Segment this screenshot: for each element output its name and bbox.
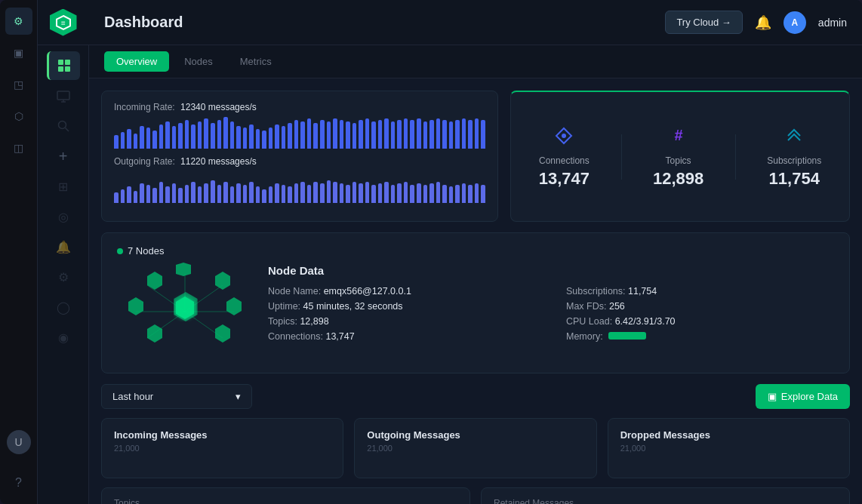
top-row: Incoming Rate: 12340 messages/s Outgoing…	[101, 91, 850, 222]
incoming-rate-label: Incoming Rate: 12340 messages/s	[114, 102, 485, 112]
bar-item	[352, 182, 357, 203]
node-topics-value: 12,898	[300, 316, 328, 327]
bar-item	[359, 183, 363, 203]
bar-item	[269, 128, 273, 149]
bar-item	[165, 186, 170, 203]
bar-item	[378, 183, 383, 203]
bar-item	[114, 135, 119, 149]
bar-item	[146, 128, 151, 149]
explore-data-button[interactable]: ▣ Explore Data	[756, 384, 850, 409]
topics-panel: Topics	[101, 487, 470, 504]
tab-nodes[interactable]: Nodes	[172, 51, 225, 72]
sidebar-item-data[interactable]: ◉	[47, 323, 80, 352]
strip-icon-chart[interactable]: ◫	[5, 134, 32, 161]
uptime-value: 45 minutes, 32 seconds	[303, 301, 403, 312]
max-fds-value: 256	[609, 301, 625, 312]
bar-item	[397, 120, 402, 149]
tab-metrics[interactable]: Metrics	[228, 51, 284, 72]
sidebar-item-settings[interactable]: ⚙	[47, 263, 80, 291]
bar-item	[359, 120, 363, 149]
svg-marker-25	[215, 324, 230, 343]
left-icon-strip: ⚙ ▣ ◳ ⬡ ◫ U ?	[0, 0, 38, 504]
svg-text:#: #	[674, 127, 682, 143]
outgoing-messages-title: Outgoing Messages	[367, 429, 583, 441]
bar-item	[236, 126, 241, 149]
bar-item	[140, 126, 144, 149]
bar-item	[327, 180, 331, 203]
svg-marker-23	[226, 297, 242, 315]
svg-rect-4	[58, 66, 63, 72]
strip-icon-tv[interactable]: ▣	[5, 39, 32, 66]
notification-icon[interactable]: 🔔	[755, 14, 771, 31]
bar-item	[462, 118, 466, 149]
sidebar-item-shield[interactable]: ◯	[47, 293, 80, 321]
sidebar-item-add[interactable]: +	[47, 142, 80, 171]
bar-item	[371, 185, 376, 203]
chart-card-outgoing: Outgoing Messages 21,000	[354, 418, 596, 478]
subscriptions-icon	[767, 125, 821, 151]
subscriptions-item: Subscriptions: 11,754	[566, 286, 834, 297]
strip-icon-bottom[interactable]: U	[7, 430, 31, 454]
topics-label: Topics	[653, 155, 703, 166]
memory-bar-container	[608, 332, 646, 340]
bar-item	[243, 185, 248, 203]
bar-item	[223, 182, 228, 203]
bar-item	[429, 120, 434, 149]
try-cloud-button[interactable]: Try Cloud →	[665, 11, 742, 34]
sidebar-item-grid[interactable]: ⊞	[47, 172, 80, 201]
bar-item	[191, 182, 195, 203]
cpu-load-value: 6.42/3.91/3.70	[615, 316, 676, 327]
connections-value: 13,747	[539, 169, 590, 189]
nodes-badge: 7 Nodes	[117, 245, 164, 257]
bar-item	[340, 183, 344, 203]
bar-item	[236, 183, 241, 203]
bar-item	[114, 192, 119, 203]
bar-item	[391, 121, 396, 149]
bar-item	[282, 126, 286, 149]
bar-item	[346, 185, 350, 203]
bar-item	[307, 118, 312, 149]
bar-item	[300, 121, 305, 149]
sidebar-item-dashboard[interactable]	[47, 51, 80, 80]
bar-item	[429, 183, 434, 203]
svg-text:≡: ≡	[61, 19, 66, 27]
node-name-item: Node Name: emqx566@127.0.0.1	[268, 286, 536, 297]
stats-card: Connections 13,747 # Topics 12,898	[510, 91, 850, 222]
strip-icon-gear[interactable]: ⚙	[5, 8, 32, 35]
time-select-dropdown[interactable]: Last hour ▾	[101, 384, 252, 409]
node-connections-value: 13,747	[325, 331, 354, 342]
incoming-bar-chart	[114, 117, 485, 149]
bottom-controls: Last hour ▾ ▣ Explore Data	[101, 384, 850, 409]
outgoing-rate-label: Outgoing Rate: 11220 messages/s	[114, 156, 485, 167]
svg-rect-5	[65, 66, 70, 72]
incoming-rate-value: 12340 messages/s	[180, 102, 257, 112]
sidebar-item-monitor[interactable]	[47, 81, 80, 110]
bar-item	[152, 188, 157, 203]
sidebar-item-compass[interactable]: ◎	[47, 202, 80, 231]
bar-item	[140, 183, 144, 203]
bar-item	[423, 185, 428, 203]
strip-icon-help[interactable]: ?	[5, 469, 32, 496]
bar-item	[340, 120, 344, 149]
explore-icon: ▣	[768, 391, 777, 402]
bar-item	[159, 182, 164, 203]
bar-item	[134, 134, 138, 149]
connections-icon	[539, 125, 590, 151]
bar-item	[191, 124, 195, 149]
bar-item	[217, 185, 222, 203]
sidebar-item-search[interactable]	[47, 112, 80, 140]
tab-overview[interactable]: Overview	[104, 51, 169, 72]
bar-item	[346, 121, 350, 149]
outgoing-messages-sub: 21,000	[367, 444, 583, 453]
dropped-messages-sub: 21,000	[620, 444, 837, 453]
strip-icon-bookmark[interactable]: ◳	[5, 71, 32, 98]
svg-point-9	[58, 121, 66, 129]
svg-marker-26	[176, 263, 191, 276]
svg-rect-2	[58, 60, 63, 65]
bar-item	[178, 123, 183, 149]
stat-topics: # Topics 12,898	[653, 125, 703, 189]
strip-icon-shield[interactable]: ⬡	[5, 103, 32, 130]
bar-item	[288, 123, 292, 149]
sidebar-item-bell[interactable]: 🔔	[47, 232, 80, 261]
bar-item	[152, 131, 157, 149]
